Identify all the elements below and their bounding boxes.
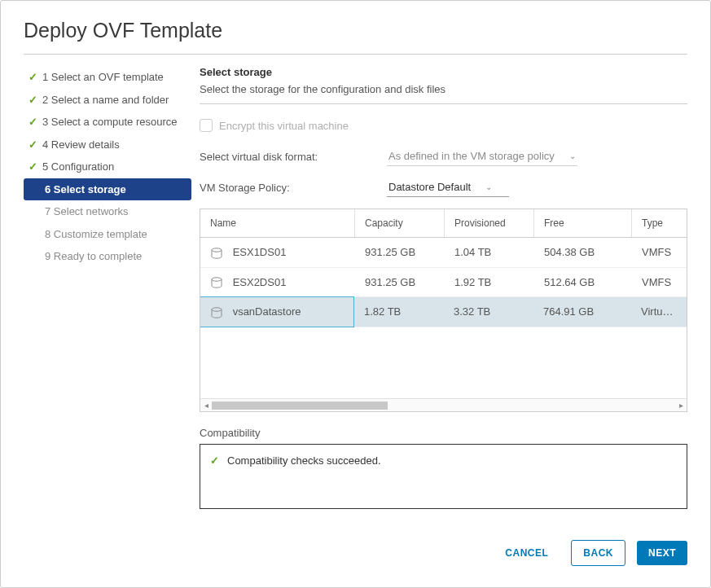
check-icon: ✓ xyxy=(29,137,37,153)
cancel-button[interactable]: CANCEL xyxy=(494,541,560,565)
wizard-step-6[interactable]: 6 Select storage xyxy=(24,178,191,201)
datastore-icon xyxy=(210,307,223,318)
check-icon: ✓ xyxy=(29,159,37,175)
check-icon: ✓ xyxy=(29,114,37,130)
svg-point-0 xyxy=(212,248,222,251)
wizard-step-label: 3 Select a compute resource xyxy=(42,114,177,130)
datastore-icon xyxy=(210,248,223,259)
wizard-step-label: 9 Ready to complete xyxy=(45,248,142,265)
wizard-step-5[interactable]: ✓ 5 Configuration xyxy=(24,156,191,178)
cell-name: ESX1DS01 xyxy=(200,238,355,267)
wizard-step-label: 7 Select networks xyxy=(45,204,129,220)
dialog-title: Deploy OVF Template xyxy=(24,19,687,42)
cell-type: VMFS xyxy=(632,268,687,297)
scroll-right-icon[interactable]: ▸ xyxy=(675,401,687,410)
wizard-step-label: 5 Configuration xyxy=(42,159,114,175)
datastore-grid: Name Capacity Provisioned Free Type ESX1… xyxy=(200,208,687,412)
check-icon: ✓ xyxy=(29,92,37,108)
cell-capacity: 1.82 TB xyxy=(354,297,444,327)
storage-policy-row: VM Storage Policy: Datastore Default ⌄ xyxy=(200,178,687,197)
cell-provisioned: 1.04 TB xyxy=(445,238,534,267)
col-capacity-header[interactable]: Capacity xyxy=(355,209,445,237)
back-button[interactable]: BACK xyxy=(571,540,625,566)
wizard-step-3[interactable]: ✓ 3 Select a compute resource xyxy=(24,111,191,134)
datastore-icon xyxy=(210,277,223,288)
horizontal-scrollbar[interactable]: ◂ ▸ xyxy=(200,398,687,411)
encrypt-label: Encrypt this virtual machine xyxy=(219,120,349,132)
chevron-down-icon: ⌄ xyxy=(569,151,576,160)
wizard-nav: ✓ 1 Select an OVF template ✓ 2 Select a … xyxy=(24,66,200,525)
cell-free: 764.91 GB xyxy=(533,297,631,327)
wizard-step-label: 2 Select a name and folder xyxy=(42,92,169,108)
disk-format-value: As defined in the VM storage policy xyxy=(388,150,555,162)
wizard-step-label: 1 Select an OVF template xyxy=(42,69,164,86)
cell-name: ESX2DS01 xyxy=(200,268,355,297)
datagrid-body[interactable]: ESX1DS01 931.25 GB 1.04 TB 504.38 GB VMF… xyxy=(200,238,687,398)
check-icon: ✓ xyxy=(210,454,219,467)
datastore-name: ESX2DS01 xyxy=(233,276,287,288)
wizard-step-8: 8 Customize template xyxy=(24,223,191,246)
wizard-step-1[interactable]: ✓ 1 Select an OVF template xyxy=(24,66,191,89)
col-free-header[interactable]: Free xyxy=(534,209,632,237)
dialog-footer: CANCEL BACK NEXT xyxy=(1,525,710,587)
scroll-left-icon[interactable]: ◂ xyxy=(200,401,212,410)
cell-type: Virtual SAN xyxy=(631,297,687,327)
wizard-step-label: 6 Select storage xyxy=(45,182,126,198)
cell-type: VMFS xyxy=(632,238,687,267)
scroll-thumb[interactable] xyxy=(212,402,388,410)
col-type-header[interactable]: Type xyxy=(632,209,687,237)
col-name-header[interactable]: Name xyxy=(200,209,355,237)
cell-provisioned: 1.92 TB xyxy=(445,268,534,297)
disk-format-label: Select virtual disk format: xyxy=(200,151,387,163)
storage-policy-value: Datastore Default xyxy=(388,181,471,193)
chevron-down-icon: ⌄ xyxy=(485,182,492,191)
wizard-step-9: 9 Ready to complete xyxy=(24,245,191,268)
encrypt-checkbox-row: Encrypt this virtual machine xyxy=(200,119,687,132)
ovf-deploy-dialog: Deploy OVF Template ✓ 1 Select an OVF te… xyxy=(0,0,711,588)
cell-name: vsanDatastore xyxy=(200,296,354,327)
storage-policy-select[interactable]: Datastore Default ⌄ xyxy=(387,178,509,197)
wizard-step-2[interactable]: ✓ 2 Select a name and folder xyxy=(24,89,191,112)
table-row[interactable]: ESX1DS01 931.25 GB 1.04 TB 504.38 GB VMF… xyxy=(200,238,687,268)
svg-point-2 xyxy=(212,307,222,310)
panel-subtitle: Select the storage for the configuration… xyxy=(200,83,687,95)
compatibility-label: Compatibility xyxy=(200,427,687,439)
datastore-name: ESX1DS01 xyxy=(233,246,287,258)
svg-point-1 xyxy=(212,278,222,281)
storage-policy-label: VM Storage Policy: xyxy=(200,182,387,194)
cell-free: 512.64 GB xyxy=(534,268,632,297)
panel-separator xyxy=(200,103,687,104)
compatibility-message: Compatibility checks succeeded. xyxy=(227,454,381,467)
dialog-header: Deploy OVF Template xyxy=(1,1,710,54)
disk-format-select[interactable]: As defined in the VM storage policy ⌄ xyxy=(387,147,577,166)
disk-format-row: Select virtual disk format: As defined i… xyxy=(200,147,687,166)
cell-capacity: 931.25 GB xyxy=(355,268,445,297)
wizard-step-label: 8 Customize template xyxy=(45,226,147,243)
wizard-step-4[interactable]: ✓ 4 Review details xyxy=(24,134,191,156)
next-button[interactable]: NEXT xyxy=(637,541,687,565)
scroll-track[interactable] xyxy=(212,402,675,410)
cell-free: 504.38 GB xyxy=(534,238,632,267)
datastore-name: vsanDatastore xyxy=(233,305,301,318)
table-row[interactable]: vsanDatastore 1.82 TB 3.32 TB 764.91 GB … xyxy=(200,297,687,327)
wizard-step-7: 7 Select networks xyxy=(24,200,191,223)
col-provisioned-header[interactable]: Provisioned xyxy=(445,209,534,237)
datagrid-header: Name Capacity Provisioned Free Type xyxy=(200,209,687,238)
main-panel: Select storage Select the storage for th… xyxy=(200,66,687,525)
panel-title: Select storage xyxy=(200,66,687,78)
cell-provisioned: 3.32 TB xyxy=(444,297,533,327)
table-row[interactable]: ESX2DS01 931.25 GB 1.92 TB 512.64 GB VMF… xyxy=(200,268,687,298)
compatibility-box: ✓ Compatibility checks succeeded. xyxy=(200,444,687,509)
check-icon: ✓ xyxy=(29,69,37,86)
dialog-body: ✓ 1 Select an OVF template ✓ 2 Select a … xyxy=(1,55,710,525)
wizard-step-label: 4 Review details xyxy=(42,137,120,153)
encrypt-checkbox xyxy=(200,119,213,132)
cell-capacity: 931.25 GB xyxy=(355,238,445,267)
